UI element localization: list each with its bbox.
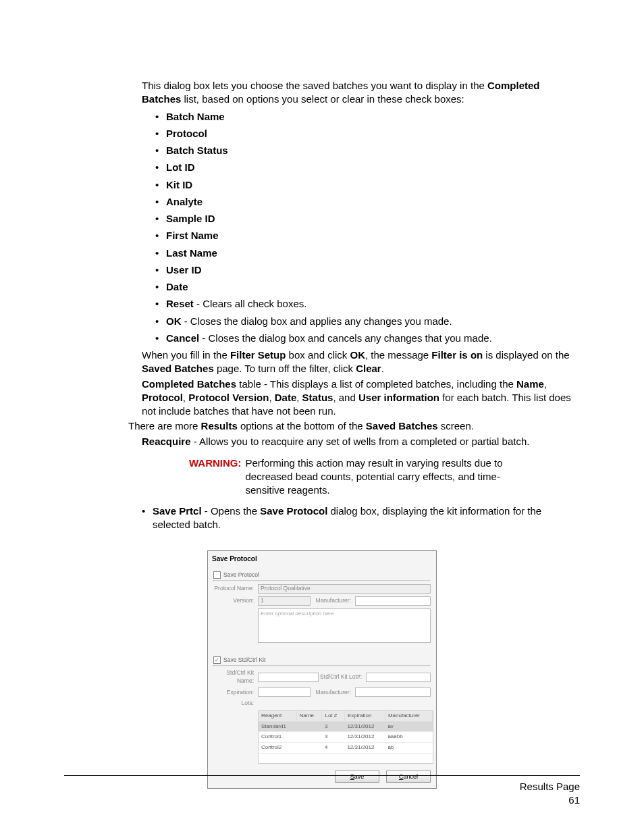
- save-protocol-checkbox[interactable]: [213, 571, 221, 579]
- checkbox-option-list: Batch Name Protocol Batch Status Lot ID …: [155, 110, 580, 346]
- reset-desc: Reset - Clears all check boxes.: [155, 297, 580, 311]
- list-item: Date: [166, 281, 188, 292]
- table-row[interactable]: Control1312/31/2012aaabb: [259, 732, 433, 743]
- list-item: Last Name: [166, 247, 217, 259]
- manufacturer2-label: Manufacturer:: [311, 689, 355, 696]
- manufacturer2-input[interactable]: [355, 687, 431, 697]
- col-mfr: Manufacturer: [385, 711, 432, 721]
- warning-label: WARNING:: [189, 457, 242, 498]
- manufacturer-label: Manufacturer:: [311, 597, 355, 604]
- save-prtcl-desc: Save Prtcl - Opens the Save Protocol dia…: [142, 504, 580, 532]
- list-item: First Name: [166, 230, 219, 241]
- save-protocol-dialog: Save Protocol Save Protocol Protocol Nam…: [207, 550, 437, 789]
- filter-para: When you fill in the Filter Setup box an…: [142, 348, 580, 376]
- cancel-desc: Cancel - Closes the dialog box and cance…: [155, 332, 580, 345]
- intro-para: This dialog box lets you choose the save…: [142, 79, 580, 107]
- reacquire-para: Reacquire - Allows you to reacquire any …: [142, 435, 580, 448]
- version-label: Version:: [213, 597, 258, 604]
- col-reagent: Reagent: [259, 711, 296, 721]
- more-results-para: There are more Results options at the bo…: [128, 419, 580, 433]
- description-textarea[interactable]: Enter optional description here: [258, 608, 431, 643]
- expiration-input[interactable]: [258, 687, 311, 697]
- protocol-name-input[interactable]: Protocol Qualitative: [258, 584, 431, 594]
- kit-lot-input[interactable]: [366, 673, 431, 682]
- table-row[interactable]: Control2412/31/2012ab: [259, 743, 433, 754]
- kit-name-input[interactable]: [258, 673, 319, 682]
- list-item: Batch Name: [166, 111, 225, 122]
- col-name: Name: [296, 711, 322, 721]
- version-input[interactable]: 1: [258, 596, 311, 606]
- completed-para: Completed Batches table - This displays …: [142, 377, 580, 419]
- table-row[interactable]: Standard1312/31/2012av: [259, 721, 433, 732]
- warning-text: Performing this action may result in var…: [246, 457, 581, 498]
- list-item: Protocol: [166, 128, 207, 139]
- expiration-label: Expiration:: [213, 689, 258, 696]
- manufacturer-input[interactable]: [355, 596, 431, 606]
- col-exp: Expiration: [344, 711, 385, 721]
- dialog-title: Save Protocol: [208, 551, 436, 566]
- ok-desc: OK - Closes the dialog box and applies a…: [155, 315, 580, 328]
- col-lot: Lot #: [322, 711, 344, 721]
- kit-name-label: Std/Ctrl Kit Name:: [213, 669, 258, 685]
- footer-page-number: 61: [64, 793, 580, 807]
- warning-block: WARNING: Performing this action may resu…: [189, 457, 580, 498]
- lots-label: Lots:: [213, 700, 258, 707]
- list-item: Sample ID: [166, 213, 215, 224]
- list-item: Analyte: [166, 196, 203, 207]
- list-item: User ID: [166, 264, 202, 276]
- list-item: Batch Status: [166, 145, 228, 156]
- list-item: Lot ID: [166, 161, 195, 173]
- save-kit-checkbox[interactable]: ✓: [213, 656, 221, 664]
- protocol-name-label: Protocol Name:: [213, 585, 258, 592]
- save-protocol-checkbox-label: Save Protocol: [223, 571, 259, 579]
- page-footer: Results Page 61: [64, 775, 580, 808]
- save-kit-checkbox-label: Save Std/Ctrl Kit: [223, 656, 265, 664]
- list-item: Kit ID: [166, 179, 192, 190]
- lots-table: Reagent Name Lot # Expiration Manufactur…: [258, 710, 433, 764]
- footer-title: Results Page: [64, 780, 580, 793]
- kit-lot-label: Std/Ctrl Kit Lot#:: [319, 673, 366, 681]
